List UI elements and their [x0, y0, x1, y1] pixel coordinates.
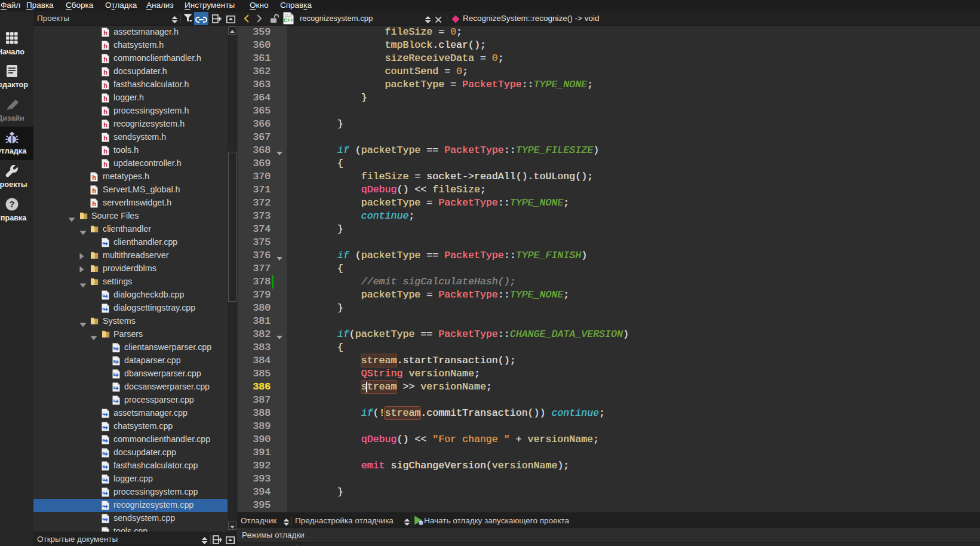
svg-text:h: h — [103, 69, 107, 76]
svg-text:?: ? — [10, 200, 15, 209]
svg-text:c: c — [102, 240, 105, 246]
svg-text:h: h — [103, 134, 107, 142]
svg-text:c: c — [102, 306, 105, 311]
svg-text:c: c — [113, 372, 116, 377]
svg-text:c: c — [102, 503, 105, 508]
svg-text:h: h — [103, 42, 107, 50]
svg-text:h: h — [92, 187, 96, 194]
svg-text:h: h — [103, 56, 107, 63]
svg-text:c: c — [113, 385, 116, 390]
svg-text:h: h — [92, 200, 96, 207]
svg-text:h: h — [103, 108, 107, 115]
svg-text:c: c — [102, 464, 105, 469]
svg-text:c: c — [102, 477, 105, 482]
svg-text:c: c — [113, 345, 116, 351]
svg-text:h: h — [103, 95, 107, 102]
svg-text:c: c — [102, 490, 105, 495]
svg-text:c: c — [102, 516, 105, 522]
svg-text:c: c — [113, 358, 116, 364]
svg-text:h: h — [103, 29, 107, 36]
svg-text:c: c — [102, 424, 105, 430]
svg-text:c: c — [102, 450, 105, 456]
svg-text:h: h — [103, 121, 107, 128]
svg-text:c: c — [102, 293, 105, 298]
svg-text:h: h — [103, 161, 107, 168]
svg-text:c: c — [113, 398, 116, 403]
svg-text:h: h — [103, 82, 107, 89]
svg-text:c: c — [102, 437, 105, 443]
svg-text:c: c — [102, 411, 105, 416]
svg-text:h: h — [103, 148, 107, 155]
svg-text:h: h — [92, 174, 96, 181]
